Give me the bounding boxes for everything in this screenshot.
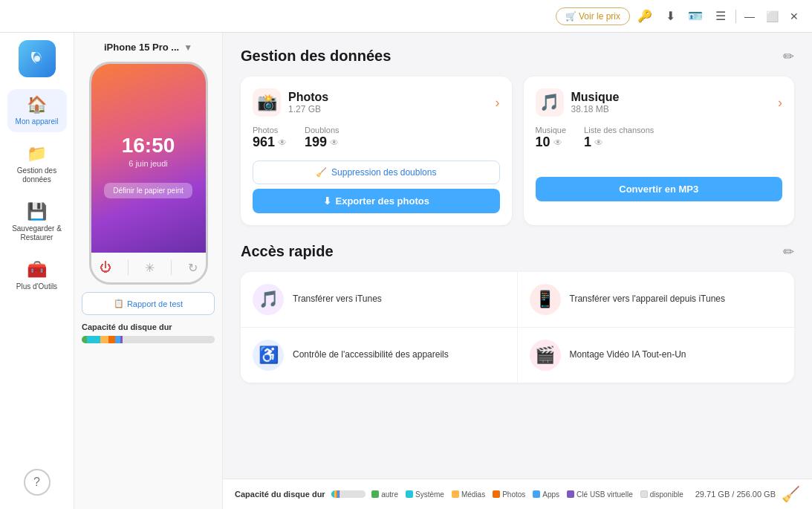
quick-item-itunes-transfer[interactable]: 🎵 Transférer vers iTunes <box>241 272 518 328</box>
help-button[interactable]: ? <box>24 469 51 496</box>
eye-icon[interactable]: 👁 <box>278 137 287 148</box>
photos-icon: 📸 <box>253 88 281 117</box>
folder-icon: 📁 <box>27 144 47 163</box>
acces-rapide-header: Accès rapide ✏ <box>241 243 794 260</box>
photos-stat-value: 961 <box>253 134 275 150</box>
quick-item-label: Contrôle de l'accessibilité des appareil… <box>293 349 449 361</box>
quick-item-accessibility[interactable]: ♿ Contrôle de l'accessibilité des appare… <box>241 328 518 383</box>
accessibility-icon: ♿ <box>253 340 284 371</box>
sidebar-item-label: Gestion des données <box>10 166 64 184</box>
cards-row: 📸 Photos 1.27 GB › Photos 961 <box>241 77 794 225</box>
key-icon[interactable]: 🔑 <box>634 6 655 27</box>
card-icon[interactable]: 🪪 <box>685 6 706 27</box>
disk-section: Capacité du disque dur <box>82 322 215 343</box>
video-icon: 🎬 <box>530 340 561 371</box>
app-logo <box>19 40 56 77</box>
photos-arrow-icon[interactable]: › <box>496 95 500 111</box>
quick-item-device-from-itunes[interactable]: 📱 Transférer vers l'appareil depuis iTun… <box>518 272 795 328</box>
disk-bar <box>82 336 215 343</box>
legend-item: Photos <box>493 490 525 499</box>
download-icon[interactable]: ⬇ <box>660 6 681 27</box>
photos-stat-doublons: Doublons 199 👁 <box>305 126 339 150</box>
sidebar-item-plus-outils[interactable]: 🧰 Plus d'Outils <box>7 254 67 297</box>
suppression-doublons-button[interactable]: 🧹 Suppression des doublons <box>253 161 500 184</box>
sidebar-item-sauvegarder-restaurer[interactable]: 💾 Sauvegarder & Restaurer <box>7 196 67 248</box>
quick-item-label: Montage Vidéo IA Tout-en-Un <box>570 349 686 361</box>
quick-item-label: Transférer vers iTunes <box>293 294 382 305</box>
music-title-row: 🎵 Musique 38.18 MB <box>536 88 620 117</box>
music-stats: Musique 10 👁 Liste des chansons 1 👁 <box>536 126 783 150</box>
main-layout: 🏠 Mon appareil 📁 Gestion des données 💾 S… <box>0 33 812 509</box>
eye-icon[interactable]: 👁 <box>594 137 603 148</box>
iphone-date: 6 juin jeudi <box>129 159 168 168</box>
sidebar-item-mon-appareil[interactable]: 🏠 Mon appareil <box>7 89 67 132</box>
refresh-button[interactable]: ↻ <box>188 261 198 275</box>
photos-title-row: 📸 Photos 1.27 GB <box>253 88 328 117</box>
playlist-stat-label: Liste des chansons <box>584 126 654 134</box>
doublons-stat-value: 199 <box>305 134 327 150</box>
music-arrow-icon[interactable]: › <box>778 95 782 111</box>
photos-card-header: 📸 Photos 1.27 GB › <box>253 88 500 117</box>
musique-stat-value: 10 <box>536 134 550 150</box>
sidebar-item-label: Plus d'Outils <box>16 282 57 291</box>
iphone-screen: 16:50 6 juin jeudi Définir le papier pei… <box>91 64 206 253</box>
sidebar: 🏠 Mon appareil 📁 Gestion des données 💾 S… <box>0 33 74 509</box>
titlebar-divider <box>735 10 736 23</box>
sidebar-item-label: Mon appareil <box>16 117 59 126</box>
bottom-legend: autreSystèmeMédiasPhotosAppsClé USB virt… <box>371 490 683 499</box>
musique-stat-label: Musique <box>536 126 567 134</box>
gestion-edit-icon[interactable]: ✏ <box>783 48 794 65</box>
voir-prix-button[interactable]: 🛒 Voir le prix <box>556 7 630 25</box>
iphone-mockup: 16:50 6 juin jeudi Définir le papier pei… <box>89 62 208 285</box>
maximize-button[interactable]: ⬜ <box>763 7 781 25</box>
sidebar-item-gestion-donnees[interactable]: 📁 Gestion des données <box>7 138 67 190</box>
bottom-bar: Capacité du disque dur autreSystèmeMédia… <box>223 479 812 509</box>
legend-item: autre <box>371 490 398 499</box>
bottom-disk-bar <box>331 490 366 498</box>
content-area: Gestion des données ✏ 📸 Photos 1.27 GB <box>223 33 812 479</box>
clean-icon[interactable]: 🧹 <box>782 485 800 503</box>
report-icon: 📋 <box>114 299 124 308</box>
save-icon: 💾 <box>27 202 47 221</box>
quick-item-label: Transférer vers l'appareil depuis iTunes <box>570 294 726 305</box>
flash-button[interactable]: ✳ <box>145 261 155 275</box>
close-button[interactable]: ✕ <box>785 7 803 25</box>
exporter-photos-button[interactable]: ⬇ Exporter des photos <box>253 189 500 213</box>
photos-size: 1.27 GB <box>288 104 328 114</box>
music-card: 🎵 Musique 38.18 MB › Musique 10 <box>524 77 795 225</box>
device-icon: 📱 <box>530 284 561 315</box>
exporter-label: Exporter des photos <box>336 195 429 207</box>
photos-stats: Photos 961 👁 Doublons 199 👁 <box>253 126 500 150</box>
music-title: Musique <box>571 91 620 104</box>
music-size: 38.18 MB <box>571 104 620 114</box>
music-stat-musique: Musique 10 👁 <box>536 126 567 150</box>
device-selector[interactable]: iPhone 15 Pro ... ▼ <box>104 42 192 53</box>
photos-stat-label: Photos <box>253 126 287 134</box>
music-stat-playlist: Liste des chansons 1 👁 <box>584 126 654 150</box>
quick-access-grid: 🎵 Transférer vers iTunes 📱 Transférer ve… <box>241 272 794 383</box>
gestion-donnees-title: Gestion des données <box>241 48 391 65</box>
report-label: Rapport de test <box>127 299 183 308</box>
set-wallpaper-button[interactable]: Définir le papier peint <box>104 183 192 198</box>
convertir-label: Convertir en MP3 <box>619 184 698 195</box>
legend-item: Médias <box>452 490 485 499</box>
power-button[interactable]: ⏻ <box>100 261 111 274</box>
tools-icon: 🧰 <box>27 260 47 279</box>
music-icon: 🎵 <box>536 88 564 117</box>
minimize-button[interactable]: — <box>741 7 759 25</box>
iphone-time: 16:50 <box>122 134 175 158</box>
doublons-stat-label: Doublons <box>305 126 339 134</box>
eye-icon[interactable]: 👁 <box>330 137 339 148</box>
quick-item-video-ia[interactable]: 🎬 Montage Vidéo IA Tout-en-Un <box>518 328 795 383</box>
eye-icon[interactable]: 👁 <box>553 137 562 148</box>
photos-title: Photos <box>288 91 328 104</box>
music-card-header: 🎵 Musique 38.18 MB › <box>536 88 783 117</box>
acces-edit-icon[interactable]: ✏ <box>783 244 794 260</box>
iphone-controls: ⏻ ✳ ↻ <box>91 253 206 282</box>
chevron-down-icon: ▼ <box>183 42 192 53</box>
titlebar: 🛒 Voir le prix 🔑 ⬇ 🪪 ☰ — ⬜ ✕ <box>0 0 812 33</box>
menu-icon[interactable]: ☰ <box>710 6 731 27</box>
report-button[interactable]: 📋 Rapport de test <box>82 292 215 315</box>
convertir-mp3-button[interactable]: Convertir en MP3 <box>536 177 783 201</box>
broom-icon: 🧹 <box>316 167 327 178</box>
